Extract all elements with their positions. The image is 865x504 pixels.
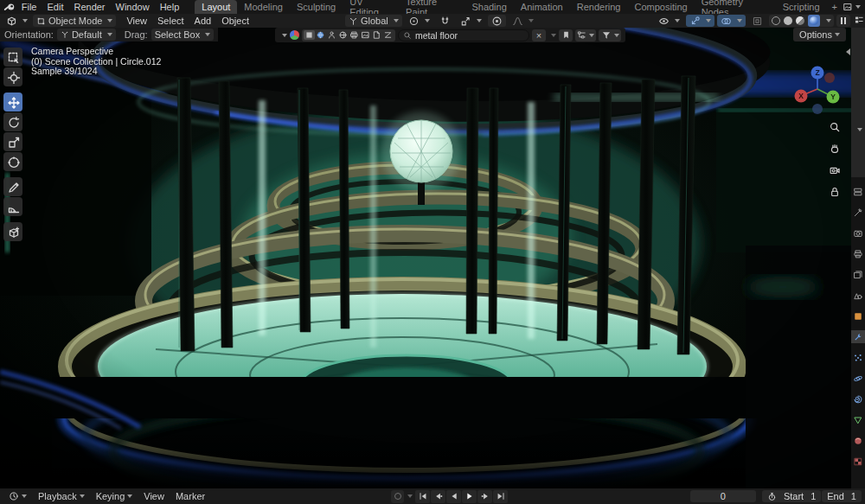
falloff-dropdown[interactable] (509, 15, 537, 27)
next-keyframe-button[interactable] (477, 490, 492, 503)
pivot-dropdown[interactable] (405, 15, 433, 27)
axis-neg-x-handle[interactable] (824, 73, 835, 83)
clear-search-button[interactable]: × (532, 29, 546, 41)
show-overlays-toggle[interactable] (717, 15, 746, 27)
printer-filter-icon[interactable] (349, 30, 360, 40)
add-workspace-button[interactable]: + (827, 0, 843, 14)
menu-playback[interactable]: Playback (33, 491, 90, 501)
xray-toggle[interactable] (748, 15, 766, 27)
camera-view-button[interactable] (829, 164, 841, 176)
sidebar-collapse-arrow[interactable] (846, 48, 850, 55)
prev-keyframe-button[interactable] (431, 490, 445, 503)
tab-shading[interactable]: Shading (465, 0, 513, 14)
play-button[interactable] (462, 490, 477, 503)
search-input[interactable] (415, 30, 510, 41)
cursor-tool[interactable] (3, 67, 22, 86)
show-gizmo-toggle[interactable] (686, 15, 714, 27)
view-object-types-dropdown[interactable] (655, 15, 683, 27)
annotate-tool[interactable] (3, 177, 22, 196)
pan-view-button[interactable] (829, 143, 841, 155)
select-box-tool[interactable] (3, 48, 22, 67)
material-preview-button[interactable] (796, 16, 804, 25)
play-reverse-button[interactable] (446, 490, 461, 503)
tab-rendering[interactable]: Rendering (570, 0, 628, 14)
search-field[interactable] (398, 29, 529, 41)
zoom-view-button[interactable] (829, 121, 841, 133)
jump-to-end-button[interactable] (493, 490, 508, 503)
tab-particle-properties[interactable] (851, 351, 865, 364)
menu-file[interactable]: File (16, 0, 42, 14)
orientation-default-dropdown[interactable]: Default (57, 29, 116, 41)
collapsed-outliner-region[interactable] (851, 28, 865, 177)
tab-scripting[interactable]: Scripting (776, 0, 827, 14)
frame-start-field[interactable]: Start 1 (762, 490, 821, 502)
chevron-down-icon[interactable] (282, 34, 287, 37)
tab-object-properties[interactable] (851, 309, 865, 322)
properties-editor-icon[interactable] (851, 185, 865, 198)
tab-tool-properties[interactable] (851, 206, 865, 219)
world-filter-icon[interactable] (315, 30, 326, 40)
auto-key-button[interactable] (391, 490, 404, 503)
pause-render-button[interactable] (836, 15, 850, 27)
tab-sculpting[interactable]: Sculpting (290, 0, 343, 14)
menu-help[interactable]: Help (155, 0, 185, 14)
menu-view-timeline[interactable]: View (138, 491, 170, 501)
jump-to-start-button[interactable] (415, 490, 430, 503)
menu-select[interactable]: Select (152, 14, 189, 28)
snap-settings-dropdown[interactable] (457, 15, 485, 27)
move-tool[interactable] (3, 93, 22, 112)
chevron-down-icon[interactable] (551, 34, 556, 37)
snap-toggle[interactable] (436, 15, 454, 27)
person-filter-icon[interactable] (326, 30, 337, 40)
tab-compositing[interactable]: Compositing (627, 0, 694, 14)
menu-object[interactable]: Object (216, 14, 254, 28)
viewport-3d-scene[interactable] (0, 28, 865, 488)
frame-end-field[interactable]: End 1 (822, 490, 862, 502)
globe-filter-icon[interactable] (337, 30, 349, 40)
camera-lock-button[interactable] (829, 186, 841, 198)
axis-neg-z-handle[interactable] (812, 104, 823, 114)
scene-status-dropdown[interactable] (843, 2, 862, 12)
menu-render[interactable]: Render (68, 0, 110, 14)
tab-scene-properties[interactable] (851, 289, 865, 302)
tab-layout[interactable]: Layout (195, 0, 237, 14)
menu-window[interactable]: Window (111, 0, 155, 14)
menu-edit[interactable]: Edit (42, 0, 68, 14)
tab-view-layer-properties[interactable] (851, 268, 865, 281)
scale-tool[interactable] (3, 132, 22, 151)
square-filter-icon[interactable] (304, 30, 315, 40)
filter-dropdown[interactable] (599, 29, 621, 41)
current-frame-field[interactable]: 0 (690, 490, 756, 502)
tab-material-properties[interactable] (851, 434, 865, 447)
orientation-dropdown[interactable]: Global (345, 15, 402, 27)
tab-modifier-properties[interactable] (851, 330, 865, 343)
wireframe-shading-button[interactable] (772, 16, 780, 25)
material-ball-icon[interactable] (290, 30, 299, 40)
tab-render-properties[interactable] (851, 226, 865, 239)
menu-keying[interactable]: Keying (91, 491, 138, 501)
orientation-gizmo[interactable]: Z X Y (792, 64, 843, 114)
tab-physics-properties[interactable] (851, 372, 865, 385)
transform-tool[interactable] (3, 152, 22, 171)
display-mode-dropdown[interactable] (575, 29, 596, 41)
tab-output-properties[interactable] (851, 247, 865, 260)
tab-modeling[interactable]: Modeling (237, 0, 290, 14)
options-dropdown[interactable]: Options (793, 28, 846, 41)
measure-tool[interactable] (3, 197, 22, 216)
outliner-editor-button[interactable] (854, 15, 864, 25)
tab-texture-properties[interactable] (851, 455, 865, 468)
solid-shading-button[interactable] (784, 16, 792, 25)
menu-marker[interactable]: Marker (170, 491, 210, 501)
page-filter-icon[interactable] (371, 30, 382, 40)
zigzag-filter-icon[interactable] (382, 30, 394, 40)
add-cube-tool[interactable] (3, 222, 22, 241)
menu-view[interactable]: View (121, 14, 152, 28)
tab-animation[interactable]: Animation (514, 0, 570, 14)
blender-logo-icon[interactable] (3, 1, 16, 13)
timeline-editor-button[interactable] (3, 491, 32, 501)
drag-mode-dropdown[interactable]: Select Box (151, 29, 215, 41)
menu-add[interactable]: Add (189, 14, 217, 28)
tab-object-data-properties[interactable] (851, 413, 865, 426)
tab-constraint-properties[interactable] (851, 392, 865, 405)
bookmark-button[interactable] (559, 29, 573, 41)
